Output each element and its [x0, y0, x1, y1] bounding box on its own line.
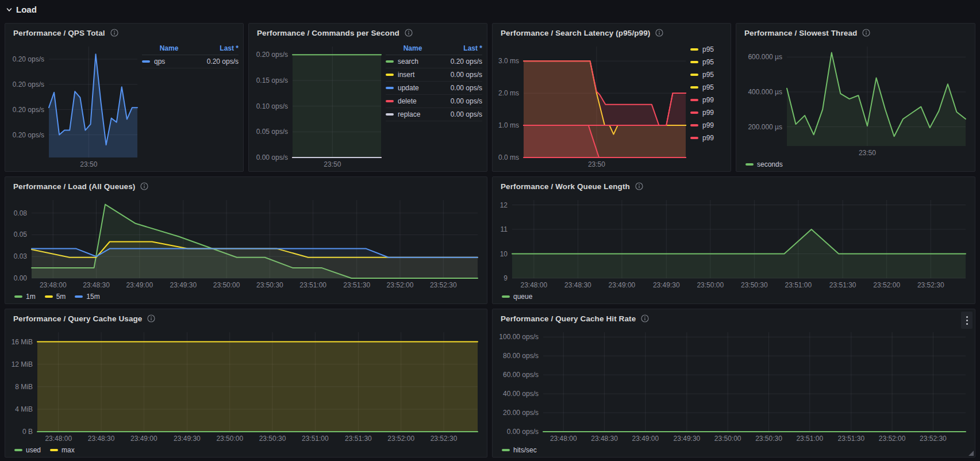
panel-work-queue-length: Performance / Work Queue Length 91011122…	[492, 176, 975, 304]
legend-item-15m[interactable]: 15m	[75, 293, 99, 301]
svg-text:23:51:00: 23:51:00	[796, 435, 823, 443]
legend-item-p95[interactable]: p95	[690, 45, 726, 53]
svg-text:11: 11	[501, 225, 508, 233]
legend-series-delete[interactable]: delete	[386, 97, 440, 105]
cache-hit-rate-chart[interactable]: 0.00 ops/s20.00 ops/s40.00 ops/s60.00 op…	[497, 325, 970, 444]
legend-series-search[interactable]: search	[386, 57, 440, 66]
series-color-marker	[745, 163, 754, 166]
legend-item-used[interactable]: used	[14, 446, 41, 454]
series-color-marker	[690, 124, 698, 126]
svg-text:80.00 ops/s: 80.00 ops/s	[503, 352, 539, 360]
legend-item-p95[interactable]: p95	[690, 71, 726, 79]
svg-text:23:49:00: 23:49:00	[609, 281, 636, 289]
series-color-marker	[690, 61, 698, 63]
legend: hits/sec	[497, 444, 970, 456]
legend-item-5m[interactable]: 5m	[45, 293, 66, 301]
legend-last-value: 0.00 ops/s	[440, 71, 482, 79]
svg-text:23:52:00: 23:52:00	[387, 281, 414, 289]
legend-series-update[interactable]: update	[386, 84, 440, 92]
panel-title[interactable]: Performance / Load (All Queues)	[13, 182, 135, 191]
legend-header-last[interactable]: Last *	[440, 44, 482, 52]
legend-item-p95[interactable]: p95	[690, 58, 726, 66]
info-icon[interactable]	[862, 29, 870, 37]
panel-header: Performance / Load (All Queues)	[10, 179, 482, 193]
work-queue-chart[interactable]: 910111223:48:0023:48:3023:49:0023:49:302…	[497, 193, 970, 291]
row-header-load[interactable]: Load	[6, 5, 37, 14]
panel-header: Performance / Query Cache Hit Rate	[497, 312, 970, 325]
svg-text:0.00 ops/s: 0.00 ops/s	[507, 428, 539, 436]
svg-text:23:48:30: 23:48:30	[564, 281, 591, 289]
svg-text:23:48:30: 23:48:30	[591, 435, 618, 443]
legend-list: p95p95p95p95p99p99p99p99	[690, 40, 726, 170]
load-chart[interactable]: 0.000.030.050.0823:48:0023:48:3023:49:00…	[10, 193, 482, 291]
svg-text:23:51:00: 23:51:00	[785, 281, 812, 289]
legend-row-delete: delete0.00 ops/s	[386, 95, 482, 108]
legend-header-last[interactable]: Last *	[196, 44, 239, 52]
panel-title[interactable]: Performance / Work Queue Length	[501, 182, 630, 191]
legend-series-replace[interactable]: replace	[386, 110, 440, 118]
qps-chart[interactable]: 0.20 ops/s0.20 ops/s0.20 ops/s0.20 ops/s…	[10, 40, 142, 170]
svg-text:12 MiB: 12 MiB	[11, 360, 33, 368]
svg-text:8 MiB: 8 MiB	[15, 383, 33, 391]
legend-item-hits-sec[interactable]: hits/sec	[502, 446, 537, 454]
legend-series-insert[interactable]: insert	[386, 71, 440, 79]
legend-row-qps: qps0.20 ops/s	[142, 55, 239, 68]
panel-title[interactable]: Performance / Commands per Second	[257, 29, 399, 37]
legend: seconds	[741, 159, 970, 170]
info-icon[interactable]	[405, 29, 413, 37]
svg-text:2.0 ms: 2.0 ms	[498, 89, 519, 97]
panel-menu-kebab-icon[interactable]	[961, 312, 973, 329]
legend-item-p99[interactable]: p99	[690, 121, 726, 129]
series-color-marker	[45, 295, 53, 298]
info-icon[interactable]	[110, 29, 118, 37]
legend-item-p99[interactable]: p99	[690, 134, 726, 142]
svg-text:600.000 µs: 600.000 µs	[748, 53, 782, 61]
legend-series-qps[interactable]: qps	[142, 57, 196, 66]
latency-chart[interactable]: 0.0 ms1.0 ms2.0 ms3.0 ms23:50	[497, 40, 690, 170]
svg-text:23:49:00: 23:49:00	[126, 281, 153, 289]
panel-title[interactable]: Performance / Slowest Thread	[744, 29, 857, 37]
svg-text:400.000 µs: 400.000 µs	[748, 88, 782, 96]
panel-header: Performance / Commands per Second	[253, 26, 482, 40]
legend-item-p99[interactable]: p99	[690, 109, 726, 117]
svg-text:23:51:00: 23:51:00	[302, 435, 329, 443]
legend-header-name[interactable]: Name	[386, 44, 440, 52]
panel-header: Performance / QPS Total	[10, 26, 239, 40]
panel-resize-handle[interactable]	[969, 451, 974, 456]
legend-item-p95[interactable]: p95	[690, 83, 726, 91]
legend-item-1m[interactable]: 1m	[14, 293, 36, 301]
series-color-marker	[14, 295, 22, 298]
info-icon[interactable]	[655, 29, 663, 37]
panel-title[interactable]: Performance / Query Cache Hit Rate	[501, 314, 636, 323]
svg-text:16 MiB: 16 MiB	[11, 338, 33, 346]
panel-title[interactable]: Performance / Search Latency (p95/p99)	[501, 29, 650, 37]
svg-text:0.0 ms: 0.0 ms	[498, 153, 519, 162]
svg-text:40.00 ops/s: 40.00 ops/s	[503, 390, 539, 398]
legend-item-p99[interactable]: p99	[690, 96, 726, 104]
info-icon[interactable]	[147, 314, 155, 322]
legend-item-seconds[interactable]: seconds	[745, 160, 783, 168]
panel-title[interactable]: Performance / QPS Total	[13, 29, 105, 37]
panel-header: Performance / Work Queue Length	[497, 179, 970, 193]
series-color-marker	[386, 74, 394, 76]
panel-commands-per-second: Performance / Commands per Second 0.00 o…	[248, 23, 487, 172]
svg-text:23:52:30: 23:52:30	[920, 435, 947, 443]
info-icon[interactable]	[641, 314, 649, 322]
info-icon[interactable]	[635, 182, 643, 190]
legend-item-max[interactable]: max	[50, 446, 75, 454]
commands-chart[interactable]: 0.00 ops/s0.05 ops/s0.10 ops/s0.15 ops/s…	[253, 40, 386, 170]
panel-title[interactable]: Performance / Query Cache Usage	[13, 314, 142, 323]
svg-text:23:48:00: 23:48:00	[521, 281, 548, 289]
legend-header-name[interactable]: Name	[142, 44, 196, 52]
svg-text:23:50:30: 23:50:30	[259, 435, 286, 443]
cache-usage-chart[interactable]: 0 B4 MiB8 MiB12 MiB16 MiB23:48:0023:48:3…	[10, 325, 482, 444]
slowest-thread-chart[interactable]: 200.000 µs400.000 µs600.000 µs23:50	[741, 40, 970, 159]
legend-item-queue[interactable]: queue	[502, 293, 532, 301]
svg-text:0.08: 0.08	[14, 209, 28, 217]
panel-header: Performance / Search Latency (p95/p99)	[497, 26, 726, 40]
svg-text:23:50:00: 23:50:00	[216, 435, 243, 443]
svg-text:23:50:00: 23:50:00	[697, 281, 724, 289]
panel-load-all-queues: Performance / Load (All Queues) 0.000.03…	[5, 176, 487, 304]
info-icon[interactable]	[140, 182, 148, 190]
svg-text:20.00 ops/s: 20.00 ops/s	[503, 409, 539, 417]
